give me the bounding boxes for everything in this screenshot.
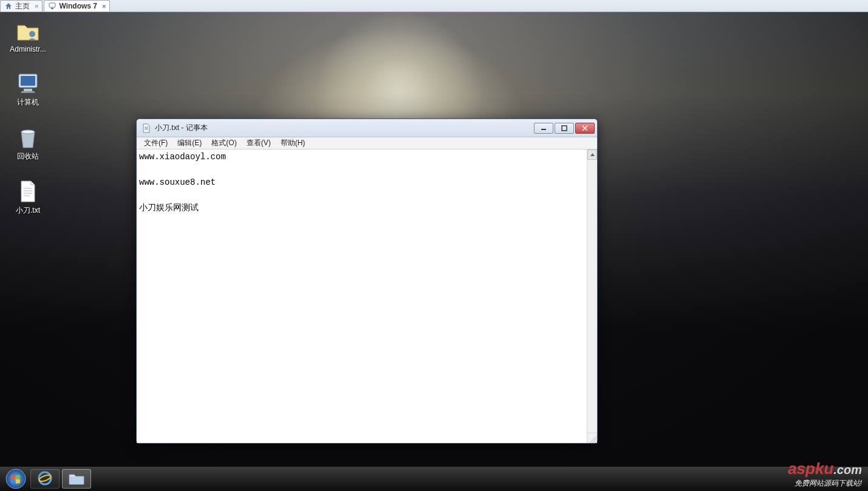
folder-icon: [68, 471, 85, 487]
svg-point-2: [29, 31, 35, 37]
desktop-icon-recycle[interactable]: 回收站: [6, 125, 50, 162]
svg-rect-5: [24, 89, 32, 91]
window-controls: [534, 123, 595, 134]
desktop-icon-computer[interactable]: 计算机: [6, 70, 50, 108]
menu-file[interactable]: 文件(F): [139, 137, 173, 149]
maximize-button[interactable]: [555, 123, 574, 134]
svg-rect-6: [21, 91, 35, 93]
browser-tab-strip: 主页 × Windows 7 ×: [0, 0, 868, 12]
menu-view[interactable]: 查看(V): [242, 137, 276, 149]
text-file-icon: [15, 179, 41, 204]
svg-rect-1: [51, 8, 53, 9]
close-icon[interactable]: ×: [102, 2, 106, 10]
window-title: 小刀.txt - 记事本: [155, 123, 534, 133]
brand-main: aspku: [788, 459, 833, 478]
scroll-up-button[interactable]: [587, 149, 597, 160]
document-icon: [142, 123, 151, 133]
text-editor[interactable]: www.xiaodaoyl.com www.souxue8.net 小刀娱乐网测…: [137, 149, 587, 443]
svg-line-20: [592, 438, 597, 443]
tab-home[interactable]: 主页 ×: [0, 0, 43, 12]
notepad-window: 小刀.txt - 记事本 文件(F) 编辑(E) 格式(O) 查看(V) 帮助(…: [136, 118, 598, 444]
icon-label: Administr...: [10, 45, 46, 53]
close-button[interactable]: [575, 123, 595, 134]
desktop-area[interactable]: Administr... 计算机 回收站 小刀.txt 小刀: [0, 12, 868, 467]
vertical-scrollbar[interactable]: [587, 149, 597, 433]
taskbar-item-explorer[interactable]: [62, 469, 91, 489]
folder-user-icon: [15, 18, 41, 44]
computer-icon: [15, 70, 41, 96]
watermark-brand: aspku.com: [788, 459, 862, 478]
svg-rect-0: [49, 3, 55, 7]
tab-label: 主页: [15, 1, 30, 12]
icon-label: 小刀.txt: [16, 205, 40, 216]
resize-grip[interactable]: [587, 433, 597, 443]
minimize-button[interactable]: [534, 123, 553, 134]
icon-label: 回收站: [17, 151, 39, 162]
titlebar[interactable]: 小刀.txt - 记事本: [137, 119, 597, 137]
taskbar-item-ie[interactable]: [30, 469, 60, 489]
home-icon: [4, 2, 13, 10]
svg-rect-16: [562, 126, 567, 131]
tab-windows7[interactable]: Windows 7 ×: [44, 0, 110, 12]
recycle-bin-icon: [15, 125, 41, 150]
svg-point-7: [21, 130, 35, 134]
svg-line-21: [595, 441, 597, 443]
editor-area: www.xiaodaoyl.com www.souxue8.net 小刀娱乐网测…: [137, 149, 597, 443]
desktop-icon-admin[interactable]: Administr...: [6, 18, 50, 53]
desktop-icons: Administr... 计算机 回收站 小刀.txt: [6, 18, 50, 216]
desktop-icon-txt[interactable]: 小刀.txt: [6, 179, 50, 216]
watermark: aspku.com 免费网站源码下载站!: [788, 459, 862, 489]
menu-help[interactable]: 帮助(H): [276, 137, 310, 149]
watermark-sub: 免费网站源码下载站!: [788, 478, 862, 489]
close-icon[interactable]: ×: [35, 2, 38, 10]
icon-label: 计算机: [17, 97, 39, 108]
menu-format[interactable]: 格式(O): [207, 137, 241, 149]
scroll-track[interactable]: [587, 160, 597, 433]
ie-icon: [37, 470, 53, 488]
start-button[interactable]: [4, 467, 28, 491]
menubar: 文件(F) 编辑(E) 格式(O) 查看(V) 帮助(H): [137, 137, 597, 149]
menu-edit[interactable]: 编辑(E): [173, 137, 207, 149]
taskbar: [0, 467, 868, 491]
svg-rect-4: [21, 76, 35, 86]
monitor-icon: [48, 2, 56, 10]
tab-label: Windows 7: [59, 2, 97, 10]
brand-tld: .com: [833, 463, 862, 476]
